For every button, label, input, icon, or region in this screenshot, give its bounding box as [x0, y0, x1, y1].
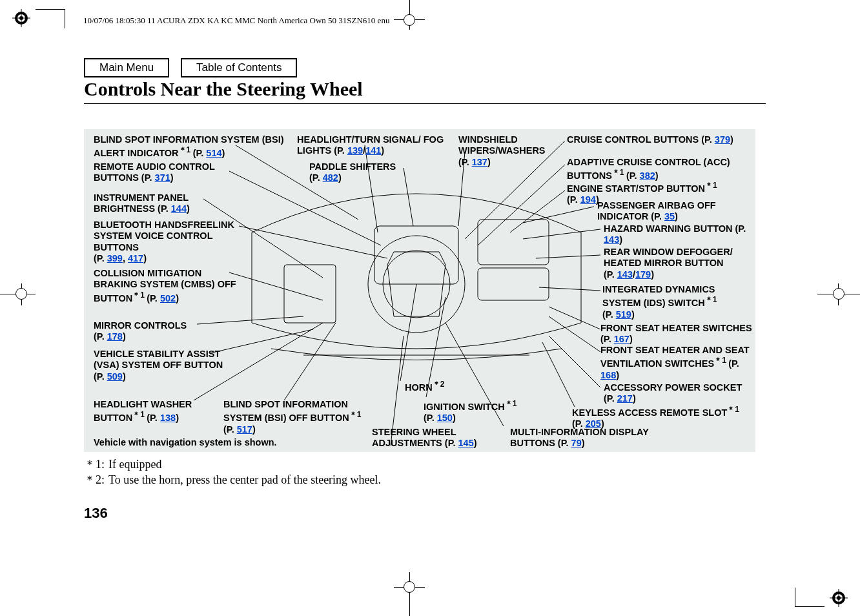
crop-mark — [36, 9, 65, 10]
page-link[interactable]: 35 — [664, 211, 675, 221]
svg-line-37 — [549, 336, 600, 387]
callout-keyless: KEYLESS ACCESS REMOTE SLOT＊1 (P. 205) — [572, 405, 740, 430]
page-link[interactable]: 179 — [635, 269, 651, 280]
callout-airbag: PASSENGER AIRBAG OFF INDICATOR (P. 35) — [597, 200, 755, 223]
callout-seat-vent: FRONT SEAT HEATER AND SEAT VENTILATION S… — [600, 345, 752, 381]
document-header: 10/07/06 18:05:30 11 ACURA ZDX KA KC MMC… — [83, 15, 389, 26]
callout-vsa: VEHICLE STABILITY ASSIST (VSA) SYSTEM OF… — [94, 349, 229, 382]
page-link[interactable]: 382 — [640, 170, 655, 181]
page-number: 136 — [84, 505, 108, 522]
callout-bluetooth: BLUETOOTH HANDSFREELINK SYSTEM VOICE CON… — [94, 220, 242, 265]
callout-ignition: IGNITION SWITCH＊1(P. 150) — [424, 399, 540, 424]
page-title: Controls Near the Steering Wheel — [84, 78, 363, 100]
main-menu-button[interactable]: Main Menu — [84, 58, 169, 77]
page-link[interactable]: 371 — [155, 172, 170, 183]
svg-line-31 — [523, 207, 594, 223]
page-link[interactable]: 517 — [237, 424, 252, 435]
page-link[interactable]: 141 — [365, 145, 381, 156]
dashboard-illustration-icon — [245, 155, 588, 375]
callout-bsi-off: BLIND SPOT INFORMATION SYSTEM (BSI) OFF … — [223, 399, 385, 435]
crop-mark — [795, 588, 795, 607]
page-link[interactable]: 519 — [616, 309, 631, 320]
callout-windshield: WINDSHIELD WIPERS/WASHERS(P. 137) — [458, 134, 562, 168]
callout-horn: HORN＊2 — [405, 380, 482, 393]
callout-ids: INTEGRATED DYNAMICS SYSTEM (IDS) SWITCH＊… — [602, 284, 754, 320]
page-link[interactable]: 509 — [107, 371, 123, 382]
svg-line-41 — [400, 284, 416, 381]
crop-mark — [795, 606, 824, 607]
callout-paddle: PADDLE SHIFTERS(P. 482) — [309, 161, 419, 184]
page-link[interactable]: 379 — [715, 134, 730, 145]
callout-seat-heater: FRONT SEAT HEATER SWITCHES (P. 167) — [600, 323, 752, 345]
svg-line-30 — [510, 190, 565, 232]
footnotes: ＊1:If equipped ＊2:To use the horn, press… — [84, 457, 381, 488]
svg-point-12 — [383, 251, 450, 318]
divider — [84, 103, 766, 104]
callout-headlight-turn: HEADLIGHT/TURN SIGNAL/ FOG LIGHTS (P. 13… — [297, 134, 452, 157]
page-link[interactable]: 150 — [437, 413, 453, 423]
svg-rect-13 — [478, 220, 549, 265]
page-link[interactable]: 168 — [600, 370, 616, 380]
footnote-text: If equipped — [108, 457, 161, 472]
svg-rect-10 — [374, 226, 458, 284]
svg-line-19 — [239, 226, 387, 258]
page-link[interactable]: 194 — [580, 194, 596, 205]
registration-mark-icon — [830, 589, 848, 607]
svg-rect-15 — [284, 265, 336, 323]
footnote-text: To use the horn, press the center pad of… — [108, 472, 381, 488]
svg-line-25 — [365, 145, 378, 232]
svg-line-38 — [542, 342, 575, 407]
callout-steering-adjust: STEERING WHEEL ADJUSTMENTS (P. 145) — [372, 427, 514, 449]
crop-mark — [409, 572, 410, 616]
page-link[interactable]: 167 — [614, 334, 630, 344]
page-link[interactable]: 482 — [323, 172, 338, 183]
page-link[interactable]: 138 — [160, 413, 176, 423]
registration-mark-icon — [12, 9, 30, 27]
page-link[interactable]: 178 — [107, 331, 123, 342]
callout-mirror: MIRROR CONTROLS(P. 178) — [94, 320, 223, 343]
callout-hazard: HAZARD WARNING BUTTON (P. 143) — [604, 223, 752, 246]
page-link[interactable]: 417 — [128, 253, 143, 263]
svg-line-24 — [284, 323, 336, 400]
svg-line-35 — [549, 307, 600, 329]
callout-mid: MULTI-INFORMATION DISPLAY BUTTONS (P. 79… — [510, 427, 678, 449]
svg-line-33 — [536, 255, 600, 258]
callout-acc: ADAPTIVE CRUISE CONTROL (ACC) BUTTONS＊1 … — [567, 157, 754, 182]
page-link[interactable]: 502 — [160, 293, 176, 303]
page-link[interactable]: 137 — [472, 157, 487, 167]
callout-bsi-alert: BLIND SPOT INFORMATION SYSTEM (BSI) ALER… — [94, 134, 294, 159]
crop-mark — [833, 288, 845, 300]
page-link[interactable]: 144 — [171, 203, 187, 214]
page-link[interactable]: 79 — [571, 438, 582, 448]
figure-note: Vehicle with navigation system is shown. — [94, 437, 277, 447]
callout-cmbs: COLLISION MITIGATION BRAKING SYSTEM (CMB… — [94, 268, 239, 304]
crop-mark — [15, 288, 27, 300]
crop-mark — [404, 14, 415, 26]
page-link[interactable]: 143 — [604, 234, 619, 245]
svg-line-36 — [549, 316, 600, 352]
crop-mark — [404, 581, 415, 593]
svg-line-29 — [478, 165, 565, 245]
crop-mark — [65, 9, 65, 28]
callout-accessory: ACCESSORY POWER SOCKET (P. 217) — [604, 382, 752, 405]
callout-headlight-washer: HEADLIGHT WASHER BUTTON＊1 (P. 138) — [94, 399, 223, 424]
page-link[interactable]: 145 — [458, 438, 474, 448]
footnote-symbol: ＊2: — [84, 472, 108, 488]
page-link[interactable]: 139 — [347, 145, 363, 156]
footnote-symbol: ＊1: — [84, 457, 108, 472]
callout-remote-audio: REMOTE AUDIO CONTROL BUTTONS (P. 371) — [94, 161, 236, 184]
callout-instrument-brightness: INSTRUMENT PANEL BRIGHTNESS (P. 144) — [94, 192, 223, 215]
svg-point-11 — [368, 236, 465, 333]
table-of-contents-button[interactable]: Table of Contents — [181, 58, 297, 77]
svg-rect-14 — [478, 268, 549, 300]
diagram-figure: BLIND SPOT INFORMATION SYSTEM (BSI) ALER… — [84, 129, 755, 452]
callout-cruise: CRUISE CONTROL BUTTONS (P. 379) — [567, 134, 748, 145]
svg-line-34 — [539, 287, 600, 291]
callout-defogger: REAR WINDOW DEFOGGER/ HEATED MIRROR BUTT… — [604, 247, 759, 280]
svg-line-20 — [229, 272, 323, 300]
svg-line-32 — [523, 229, 600, 239]
page-link[interactable]: 143 — [617, 269, 633, 280]
page-link[interactable]: 514 — [206, 148, 221, 158]
page-link[interactable]: 217 — [617, 393, 633, 404]
page-link[interactable]: 399 — [107, 253, 123, 263]
